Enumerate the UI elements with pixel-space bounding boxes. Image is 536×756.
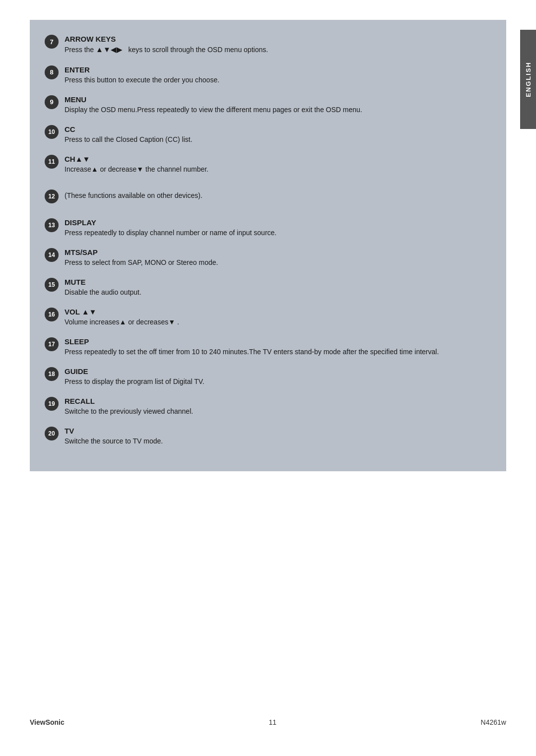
item-content-10: CC Press to call the Closed Caption (CC)…: [65, 125, 491, 145]
list-item: 10 CC Press to call the Closed Caption (…: [45, 125, 491, 145]
item-desc-17: Press repeatedly to set the off timer fr…: [65, 347, 491, 357]
item-title-13: DISPLAY: [65, 218, 96, 227]
item-content-11: CH▲▼ Increase▲ or decrease▼ the channel …: [65, 155, 491, 175]
item-title-16: VOL ▲▼: [65, 308, 96, 316]
list-item: 16 VOL ▲▼ Volume increases▲ or decreases…: [45, 308, 491, 327]
list-item: 14 MTS/SAP Press to select from SAP, MON…: [45, 248, 491, 268]
item-content-18: GUIDE Press to display the program list …: [65, 367, 491, 387]
item-title-15: MUTE: [65, 278, 86, 286]
item-desc-9: Display the OSD menu.Press repeatedly to…: [65, 105, 491, 115]
item-badge-11: 11: [45, 155, 59, 169]
item-title-18: GUIDE: [65, 367, 88, 376]
item-badge-19: 19: [45, 397, 59, 411]
item-title-11: CH▲▼: [65, 155, 90, 163]
item-desc-12: (These functions available on other devi…: [65, 190, 491, 201]
item-title-14: MTS/SAP: [65, 248, 98, 256]
item-badge-7: 7: [45, 35, 59, 49]
footer-brand: ViewSonic: [30, 718, 65, 726]
item-desc-14: Press to select from SAP, MONO or Stereo…: [65, 257, 491, 268]
item-badge-17: 17: [45, 337, 59, 351]
item-desc-19: Switche to the previously viewed channel…: [65, 406, 491, 417]
item-title-19: RECALL: [65, 397, 95, 405]
item-badge-15: 15: [45, 278, 59, 292]
item-desc-11: Increase▲ or decrease▼ the channel numbe…: [65, 164, 491, 175]
list-item: 19 RECALL Switche to the previously view…: [45, 397, 491, 417]
item-title-17: SLEEP: [65, 337, 89, 346]
list-item: 20 TV Switche the source to TV mode.: [45, 427, 491, 446]
item-content-7: ARROW KEYS Press the ▲▼◀▶ keys to scroll…: [65, 35, 491, 56]
footer-model: N4261w: [481, 718, 506, 726]
item-content-8: ENTER Press this button to execute the o…: [65, 65, 491, 85]
item-content-15: MUTE Disable the audio output.: [65, 278, 491, 298]
list-item: 12 (These functions available on other d…: [45, 189, 491, 203]
item-content-19: RECALL Switche to the previously viewed …: [65, 397, 491, 417]
item-title-7: ARROW KEYS: [65, 35, 116, 43]
item-content-16: VOL ▲▼ Volume increases▲ or decreases▼ .: [65, 308, 491, 327]
item-title-9: MENU: [65, 95, 86, 104]
item-content-20: TV Switche the source to TV mode.: [65, 427, 491, 446]
list-item: 8 ENTER Press this button to execute the…: [45, 65, 491, 85]
item-badge-18: 18: [45, 367, 59, 381]
page-container: ENGLISH 7 ARROW KEYS Press the ▲▼◀▶ keys…: [0, 0, 536, 756]
item-title-8: ENTER: [65, 65, 90, 74]
item-badge-14: 14: [45, 248, 59, 262]
item-badge-10: 10: [45, 125, 59, 139]
item-badge-16: 16: [45, 308, 59, 321]
footer-page: 11: [268, 718, 276, 726]
item-desc-18: Press to display the program list of Dig…: [65, 377, 491, 387]
side-tab-label: ENGLISH: [525, 62, 532, 97]
item-content-12: (These functions available on other devi…: [65, 189, 491, 201]
item-badge-13: 13: [45, 218, 59, 232]
item-desc-15: Disable the audio output.: [65, 287, 491, 298]
main-content: 7 ARROW KEYS Press the ▲▼◀▶ keys to scro…: [30, 20, 506, 471]
item-desc-10: Press to call the Closed Caption (CC) li…: [65, 134, 491, 145]
item-desc-16: Volume increases▲ or decreases▼ .: [65, 317, 491, 327]
item-title-20: TV: [65, 427, 74, 435]
item-content-9: MENU Display the OSD menu.Press repeated…: [65, 95, 491, 115]
item-content-17: SLEEP Press repeatedly to set the off ti…: [65, 337, 491, 357]
list-item: 17 SLEEP Press repeatedly to set the off…: [45, 337, 491, 357]
list-item: 18 GUIDE Press to display the program li…: [45, 367, 491, 387]
list-item: 9 MENU Display the OSD menu.Press repeat…: [45, 95, 491, 115]
item-badge-12: 12: [45, 189, 59, 203]
item-badge-8: 8: [45, 65, 59, 79]
item-desc-13: Press repeatedly to display channel numb…: [65, 228, 491, 238]
item-desc-20: Switche the source to TV mode.: [65, 436, 491, 446]
list-item: 11 CH▲▼ Increase▲ or decrease▼ the chann…: [45, 155, 491, 175]
item-content-14: MTS/SAP Press to select from SAP, MONO o…: [65, 248, 491, 268]
item-desc-8: Press this button to execute the order y…: [65, 75, 491, 85]
item-title-10: CC: [65, 125, 75, 133]
footer: ViewSonic 11 N4261w: [0, 708, 536, 736]
list-item: 7 ARROW KEYS Press the ▲▼◀▶ keys to scro…: [45, 35, 491, 56]
side-tab: ENGLISH: [520, 30, 536, 129]
list-item: 13 DISPLAY Press repeatedly to display c…: [45, 218, 491, 238]
item-desc-7: Press the ▲▼◀▶ keys to scroll through th…: [65, 44, 491, 56]
item-content-13: DISPLAY Press repeatedly to display chan…: [65, 218, 491, 238]
list-item: 15 MUTE Disable the audio output.: [45, 278, 491, 298]
item-badge-9: 9: [45, 95, 59, 109]
item-badge-20: 20: [45, 427, 59, 441]
